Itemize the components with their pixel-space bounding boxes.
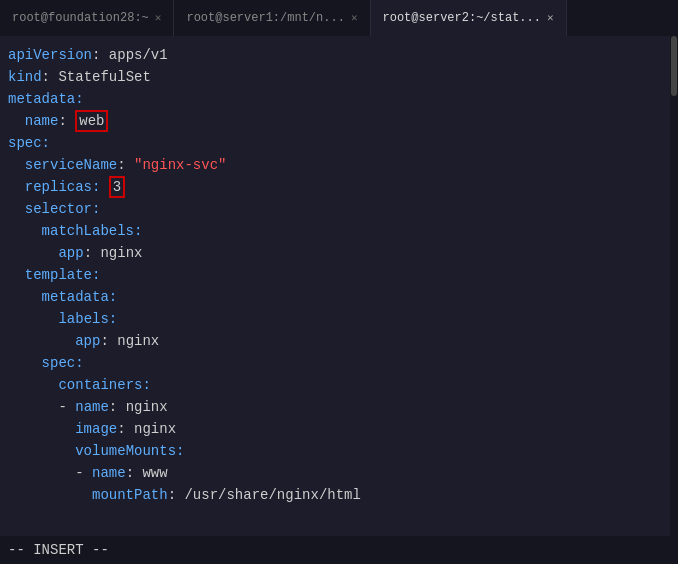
editor-line-3: name: web xyxy=(0,110,678,132)
tab-close-2[interactable]: ✕ xyxy=(547,13,554,24)
line-part-15-1: : xyxy=(142,377,150,393)
editor-line-15: containers: xyxy=(0,374,678,396)
line-part-13-0: app xyxy=(75,333,100,349)
editor-line-13: app: nginx xyxy=(0,330,678,352)
line-part-20-2: /usr/share/nginx/html xyxy=(184,487,360,503)
line-part-9-0: app xyxy=(58,245,83,261)
line-part-16-2: : xyxy=(109,399,126,415)
tab-close-1[interactable]: ✕ xyxy=(351,13,358,24)
editor-line-16: - name: nginx xyxy=(0,396,678,418)
highlighted-value-6-3: 3 xyxy=(109,176,125,198)
line-part-8-0: matchLabels xyxy=(42,223,134,239)
line-part-4-1: : xyxy=(42,135,50,151)
line-part-2-1: : xyxy=(75,91,83,107)
line-part-12-0: labels xyxy=(58,311,108,327)
scrollbar[interactable] xyxy=(670,36,678,536)
line-part-18-1: : xyxy=(176,443,184,459)
line-part-9-1: : xyxy=(84,245,101,261)
line-part-7-1: : xyxy=(92,201,100,217)
line-part-14-0: spec xyxy=(42,355,76,371)
editor-line-18: volumeMounts: xyxy=(0,440,678,462)
line-part-4-0: spec xyxy=(8,135,42,151)
line-part-7-0: selector xyxy=(25,201,92,217)
tab-1[interactable]: root@server1:/mnt/n...✕ xyxy=(174,0,370,36)
line-part-13-1: : xyxy=(100,333,117,349)
line-part-20-1: : xyxy=(168,487,185,503)
line-part-17-1: : xyxy=(117,421,134,437)
editor-line-7: selector: xyxy=(0,198,678,220)
editor-line-1: kind: StatefulSet xyxy=(0,66,678,88)
line-part-1-2: StatefulSet xyxy=(58,69,150,85)
line-part-5-2: "nginx-svc" xyxy=(134,157,226,173)
line-part-9-2: nginx xyxy=(100,245,142,261)
tab-label-1: root@server1:/mnt/n... xyxy=(186,11,344,25)
editor-line-11: metadata: xyxy=(0,286,678,308)
line-part-11-1: : xyxy=(109,289,117,305)
line-part-13-2: nginx xyxy=(117,333,159,349)
line-part-1-1: : xyxy=(42,69,59,85)
line-part-5-1: : xyxy=(117,157,134,173)
line-part-15-0: containers xyxy=(58,377,142,393)
line-part-6-1: : xyxy=(92,179,100,195)
line-part-19-2: : xyxy=(126,465,143,481)
line-part-6-2 xyxy=(100,179,108,195)
editor-line-20: mountPath: /usr/share/nginx/html xyxy=(0,484,678,506)
editor-area[interactable]: apiVersion: apps/v1kind: StatefulSetmeta… xyxy=(0,36,678,536)
editor-line-12: labels: xyxy=(0,308,678,330)
editor-line-14: spec: xyxy=(0,352,678,374)
editor-line-4: spec: xyxy=(0,132,678,154)
line-part-6-0: replicas xyxy=(25,179,92,195)
line-part-5-0: serviceName xyxy=(25,157,117,173)
tab-bar: root@foundation28:~✕root@server1:/mnt/n.… xyxy=(0,0,678,36)
line-part-2-0: metadata xyxy=(8,91,75,107)
line-part-0-0: apiVersion xyxy=(8,47,92,63)
editor-line-2: metadata: xyxy=(0,88,678,110)
tab-2[interactable]: root@server2:~/stat...✕ xyxy=(371,0,567,36)
editor-line-9: app: nginx xyxy=(0,242,678,264)
line-part-18-0: volumeMounts xyxy=(75,443,176,459)
line-part-0-2: apps/v1 xyxy=(109,47,168,63)
line-part-3-1: : xyxy=(58,113,75,129)
tab-label-2: root@server2:~/stat... xyxy=(383,11,541,25)
line-part-8-1: : xyxy=(134,223,142,239)
scrollbar-thumb xyxy=(671,36,677,96)
editor-line-19: - name: www xyxy=(0,462,678,484)
line-part-20-0: mountPath xyxy=(92,487,168,503)
line-part-10-1: : xyxy=(92,267,100,283)
line-part-1-0: kind xyxy=(8,69,42,85)
line-part-17-0: image xyxy=(75,421,117,437)
editor-line-6: replicas: 3 xyxy=(0,176,678,198)
status-bar: -- INSERT -- xyxy=(0,536,678,564)
line-part-14-1: : xyxy=(75,355,83,371)
line-part-16-1: name xyxy=(75,399,109,415)
line-part-16-0: - xyxy=(58,399,75,415)
tab-label-0: root@foundation28:~ xyxy=(12,11,149,25)
line-part-12-1: : xyxy=(109,311,117,327)
line-part-3-0: name xyxy=(25,113,59,129)
editor-line-5: serviceName: "nginx-svc" xyxy=(0,154,678,176)
line-part-17-2: nginx xyxy=(134,421,176,437)
insert-mode-label: -- INSERT -- xyxy=(8,542,109,558)
line-part-16-3: nginx xyxy=(126,399,168,415)
editor-line-17: image: nginx xyxy=(0,418,678,440)
highlighted-value-3-2: web xyxy=(75,110,108,132)
editor-line-0: apiVersion: apps/v1 xyxy=(0,44,678,66)
tab-0[interactable]: root@foundation28:~✕ xyxy=(0,0,174,36)
line-part-11-0: metadata xyxy=(42,289,109,305)
line-part-19-3: www xyxy=(142,465,167,481)
line-part-0-1: : xyxy=(92,47,109,63)
editor-line-8: matchLabels: xyxy=(0,220,678,242)
terminal-window: root@foundation28:~✕root@server1:/mnt/n.… xyxy=(0,0,678,564)
line-part-19-0: - xyxy=(75,465,92,481)
line-part-19-1: name xyxy=(92,465,126,481)
line-part-10-0: template xyxy=(25,267,92,283)
editor-line-10: template: xyxy=(0,264,678,286)
tab-close-0[interactable]: ✕ xyxy=(155,13,162,24)
